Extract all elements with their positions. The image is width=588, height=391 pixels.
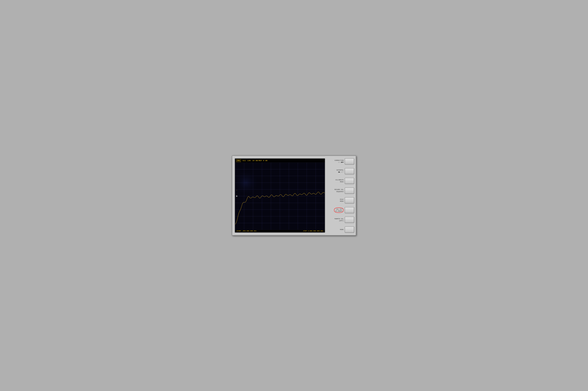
hw-button-ecal_menu[interactable]: [345, 197, 354, 203]
ch-label: CH1: [236, 159, 241, 162]
param-scale: 10 dB/REF 0 dB: [252, 160, 267, 162]
sidebar: CORRECTIONon OFF INTERPOLON off CALIBRAT…: [327, 158, 354, 233]
menu-row-more: MORE: [327, 227, 354, 233]
cal-kit-line1: CAL KIT: [335, 208, 343, 210]
menu-row-interpol: INTERPOLON off: [327, 168, 354, 174]
menu-row-ecal_menu: ECalMENU: [327, 197, 354, 203]
stop-freq: STOP 3.000 000 000 GHz: [303, 230, 323, 232]
menu-row-cal_kit: CAL KIT[3.5mmD]: [327, 207, 354, 213]
menu-label-resume_cal: RESUME CALSEQUENCE: [327, 189, 344, 193]
param-log: LOG: [247, 160, 251, 162]
param-s11: S11: [242, 160, 246, 162]
menu-row-pwrmtr_cal: PWRMTR CAL[OFF]: [327, 217, 354, 223]
screen-main: [235, 163, 325, 230]
start-freq: START .050 000 000 GHz: [236, 230, 256, 232]
menu-label-ecal_menu: ECalMENU: [327, 198, 344, 202]
screen-header: CH1 S11 LOG 10 dB/REF 0 dB: [235, 159, 325, 163]
hw-button-calibrate_menu[interactable]: [345, 178, 354, 184]
cal-kit-circle: CAL KIT[3.5mmD]: [334, 207, 344, 213]
hw-button-cal_kit[interactable]: [345, 207, 354, 213]
menu-label-correction: CORRECTIONon OFF: [327, 159, 344, 164]
menu-row-resume_cal: RESUME CALSEQUENCE: [327, 188, 354, 194]
menu-label-more: MORE: [327, 229, 344, 231]
cal-kit-line2: [3.5mmD]: [335, 210, 343, 212]
menu-label-cal_kit: CAL KIT[3.5mmD]: [327, 207, 344, 213]
menu-label-interpol: INTERPOLON off: [327, 169, 344, 173]
instrument: CH1 S11 LOG 10 dB/REF 0 dB START .050 00…: [232, 155, 356, 236]
menu-label-calibrate_menu: CALIBRATEMENU: [327, 179, 344, 183]
menu-row-calibrate_menu: CALIBRATEMENU: [327, 178, 354, 184]
hw-button-more[interactable]: [345, 227, 354, 233]
waveform-canvas: [235, 163, 325, 230]
menu-label-pwrmtr_cal: PWRMTR CAL[OFF]: [327, 218, 344, 222]
hw-button-resume_cal[interactable]: [345, 188, 354, 194]
screen: CH1 S11 LOG 10 dB/REF 0 dB START .050 00…: [235, 158, 325, 233]
hw-button-correction[interactable]: [345, 158, 354, 164]
screen-footer: START .050 000 000 GHz STOP 3.000 000 00…: [235, 230, 325, 232]
menu-row-correction: CORRECTIONon OFF: [327, 158, 354, 164]
hw-button-interpol[interactable]: [345, 168, 354, 174]
hw-button-pwrmtr_cal[interactable]: [345, 217, 354, 223]
